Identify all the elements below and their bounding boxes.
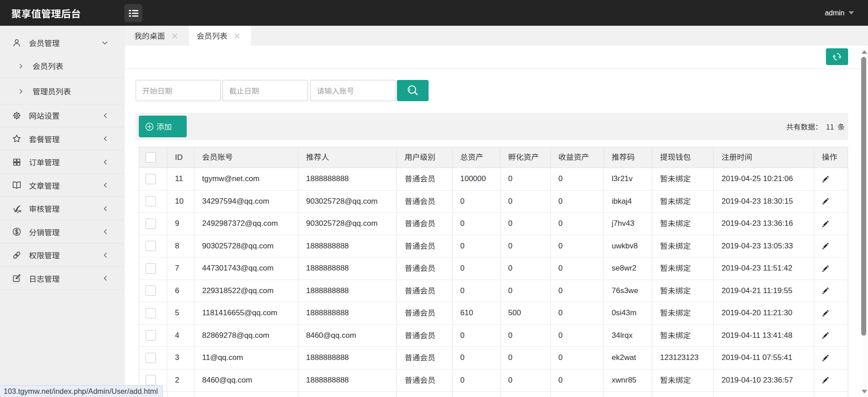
svg-text:QM: QM	[16, 210, 21, 213]
